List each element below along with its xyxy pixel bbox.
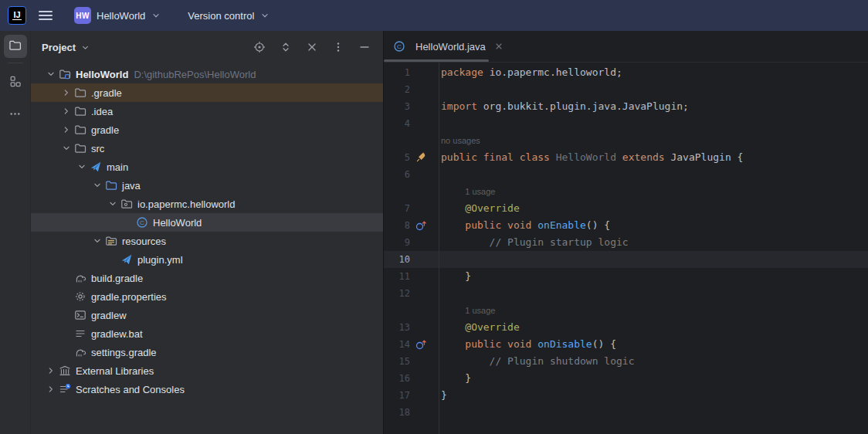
tree-item--gradle[interactable]: .gradle <box>31 83 383 102</box>
chevron-down-icon[interactable] <box>74 161 90 173</box>
code-token: onEnable <box>537 219 586 231</box>
code-line-16[interactable]: 16 } <box>384 370 868 387</box>
line-number: 6 <box>384 166 410 183</box>
structure-tool-window-button[interactable] <box>4 71 27 94</box>
usages-inlay-hint[interactable]: no usages <box>441 136 480 145</box>
editor-tab-helloworld-java[interactable]: C HelloWorld.java <box>384 31 513 62</box>
chevron-spacer <box>59 346 74 358</box>
tree-item-resources[interactable]: resources <box>31 232 383 250</box>
project-panel-title[interactable]: Project <box>42 42 76 53</box>
usages-inlay-hint[interactable]: 1 usage <box>465 306 495 315</box>
line-number <box>384 302 410 319</box>
chevron-right-icon[interactable] <box>43 383 59 395</box>
code-line-4[interactable]: 4 <box>384 115 868 132</box>
tree-item-label: HelloWorld <box>76 69 128 80</box>
code-token: org.bukkit.plugin.java.JavaPlugin; <box>483 100 689 112</box>
code-line-6[interactable]: 6 <box>384 166 868 183</box>
code-line-14[interactable]: 14 public void onDisable() { <box>384 336 868 353</box>
tree-item-plugin-yml[interactable]: plugin.yml <box>31 250 383 269</box>
project-widget-label: HelloWorld <box>97 10 145 22</box>
code-line-2[interactable]: 2 <box>384 81 868 98</box>
tree-item-label: io.papermc.helloworld <box>137 198 235 210</box>
inlay-hint-row[interactable]: 1 usage <box>384 183 868 200</box>
inlay-hint-row[interactable]: 1 usage <box>384 302 868 319</box>
code-token: package <box>441 66 490 78</box>
inlay-hint-row[interactable]: no usages <box>384 132 868 149</box>
expand-all-button[interactable] <box>276 38 295 56</box>
chevron-right-icon[interactable] <box>59 105 74 117</box>
gutter-plugin-icon[interactable] <box>410 149 441 166</box>
chevron-down-icon[interactable] <box>59 142 74 154</box>
line-number: 10 <box>384 251 410 268</box>
tree-item-gradle[interactable]: gradle <box>31 120 383 139</box>
more-tool-windows-button[interactable] <box>4 103 27 127</box>
code-line-8[interactable]: 8 public void onEnable() { <box>384 217 868 234</box>
tree-item-gradlew-bat[interactable]: gradlew.bat <box>31 324 383 343</box>
tree-item-helloworld[interactable]: HelloWorldD:\githubRePos\HelloWorld <box>31 65 383 83</box>
code-line-12[interactable]: 12 <box>384 285 868 302</box>
tree-item-external-libraries[interactable]: External Libraries <box>31 361 383 380</box>
folder-icon <box>74 124 86 136</box>
chevron-right-icon[interactable] <box>43 364 59 377</box>
locate-file-button[interactable] <box>250 38 269 56</box>
tree-item-settings-gradle[interactable]: settings.gradle <box>31 343 383 361</box>
tree-item-gradlew[interactable]: gradlew <box>31 306 383 324</box>
gutter-override-icon[interactable] <box>410 336 441 353</box>
code-line-11[interactable]: 11 } <box>384 268 868 285</box>
tree-item-java[interactable]: java <box>31 176 383 195</box>
close-tab-icon[interactable] <box>493 40 505 53</box>
tree-item-src[interactable]: src <box>31 139 383 158</box>
gutter-spacer <box>410 166 441 183</box>
code-line-13[interactable]: 13 @Override <box>384 319 868 336</box>
code-line-7[interactable]: 7 @Override <box>384 200 868 217</box>
line-number <box>384 132 410 149</box>
tree-item-path: D:\githubRePos\HelloWorld <box>134 69 256 80</box>
vcs-widget[interactable]: Version control <box>183 7 275 25</box>
scratches-icon <box>59 383 71 395</box>
chevron-right-icon[interactable] <box>59 124 74 136</box>
chevron-down-icon[interactable] <box>90 235 105 247</box>
line-number: 8 <box>384 217 410 234</box>
code-line-9[interactable]: 9 // Plugin startup logic <box>384 234 868 251</box>
chevron-down-icon[interactable] <box>90 179 105 192</box>
tree-item-build-gradle[interactable]: build.gradle <box>31 269 383 287</box>
paper-plane-icon <box>90 161 102 173</box>
tab-scrollbar-thumb[interactable] <box>384 59 489 62</box>
gutter-override-icon[interactable] <box>410 217 441 234</box>
intellij-logo-icon[interactable]: IJ <box>8 6 26 25</box>
usages-inlay-hint[interactable]: 1 usage <box>465 187 495 196</box>
code-line-15[interactable]: 15 // Plugin shutdown logic <box>384 353 868 370</box>
code-line-3[interactable]: 3import org.bukkit.plugin.java.JavaPlugi… <box>384 98 868 115</box>
line-number <box>384 183 410 200</box>
code-line-10[interactable]: 10 <box>384 251 868 268</box>
project-panel: Project <box>31 31 384 434</box>
project-panel-header: Project <box>31 31 383 63</box>
code-editor[interactable]: 1package io.papermc.helloworld;23import … <box>384 63 868 434</box>
code-line-1[interactable]: 1package io.papermc.helloworld; <box>384 64 868 81</box>
class-icon: C <box>136 216 148 229</box>
chevron-down-icon[interactable] <box>43 68 59 80</box>
tree-item-io-papermc-helloworld[interactable]: io.papermc.helloworld <box>31 195 383 213</box>
package-icon <box>120 198 133 210</box>
tree-item-label: java <box>122 180 141 192</box>
code-line-5[interactable]: 5public final class HelloWorld extends J… <box>384 149 868 166</box>
collapse-all-button[interactable] <box>303 38 321 56</box>
project-tool-window-button[interactable] <box>4 35 27 58</box>
main-content: Project <box>0 31 868 434</box>
main-menu-button[interactable] <box>39 8 53 23</box>
kebab-menu-button[interactable] <box>329 38 348 56</box>
code-line-17[interactable]: 17} <box>384 387 868 404</box>
tree-item--idea[interactable]: .idea <box>31 102 383 120</box>
tree-item-scratches-and-consoles[interactable]: Scratches and Consoles <box>31 380 383 398</box>
hide-panel-button[interactable] <box>355 38 374 56</box>
project-widget[interactable]: HW HelloWorld <box>70 4 166 27</box>
tree-item-main[interactable]: main <box>31 158 383 176</box>
tree-item-helloworld[interactable]: CHelloWorld <box>31 213 383 232</box>
code-line-18[interactable]: 18 <box>384 404 868 421</box>
chevron-spacer <box>59 309 74 321</box>
java-class-icon: C <box>393 40 405 53</box>
chevron-down-icon[interactable] <box>105 198 120 210</box>
chevron-right-icon[interactable] <box>59 86 74 99</box>
line-number: 2 <box>384 81 410 98</box>
tree-item-gradle-properties[interactable]: gradle.properties <box>31 287 383 306</box>
